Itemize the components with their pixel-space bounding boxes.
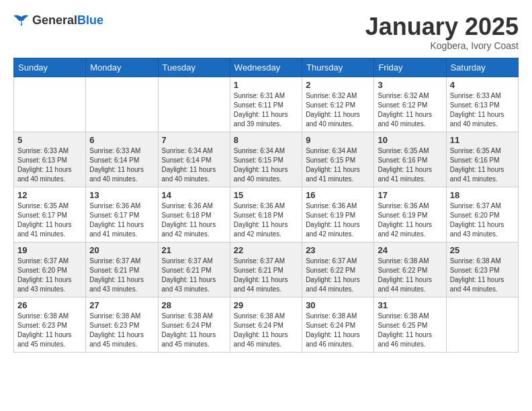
- calendar-cell: 19Sunrise: 6:37 AM Sunset: 6:20 PM Dayli…: [14, 242, 86, 297]
- calendar-cell: 4Sunrise: 6:33 AM Sunset: 6:13 PM Daylig…: [446, 77, 518, 132]
- day-number: 1: [234, 80, 298, 90]
- day-number: 11: [450, 135, 515, 145]
- day-number: 27: [89, 300, 154, 310]
- day-number: 21: [162, 245, 226, 255]
- day-number: 6: [89, 135, 154, 145]
- day-info: Sunrise: 6:36 AM Sunset: 6:19 PM Dayligh…: [306, 201, 370, 239]
- calendar-cell: 5Sunrise: 6:33 AM Sunset: 6:13 PM Daylig…: [14, 132, 86, 187]
- calendar-cell: 25Sunrise: 6:38 AM Sunset: 6:23 PM Dayli…: [446, 242, 518, 297]
- day-info: Sunrise: 6:37 AM Sunset: 6:21 PM Dayligh…: [89, 257, 154, 294]
- day-number: 8: [234, 135, 298, 145]
- logo-bird-icon: [13, 14, 30, 28]
- day-info: Sunrise: 6:31 AM Sunset: 6:11 PM Dayligh…: [234, 91, 298, 129]
- day-info: Sunrise: 6:38 AM Sunset: 6:24 PM Dayligh…: [162, 312, 226, 349]
- calendar-cell: 12Sunrise: 6:35 AM Sunset: 6:17 PM Dayli…: [14, 187, 86, 242]
- month-title: January 2025: [365, 13, 519, 40]
- col-monday: Monday: [86, 58, 158, 77]
- day-number: 15: [234, 190, 298, 200]
- day-info: Sunrise: 6:36 AM Sunset: 6:18 PM Dayligh…: [234, 201, 298, 239]
- calendar-cell: [158, 77, 230, 132]
- day-number: 30: [306, 300, 370, 310]
- day-info: Sunrise: 6:37 AM Sunset: 6:21 PM Dayligh…: [234, 257, 298, 294]
- calendar-cell: 10Sunrise: 6:35 AM Sunset: 6:16 PM Dayli…: [374, 132, 446, 187]
- day-info: Sunrise: 6:37 AM Sunset: 6:20 PM Dayligh…: [450, 201, 515, 239]
- day-number: 7: [162, 135, 226, 145]
- day-number: 14: [162, 190, 226, 200]
- calendar-cell: 26Sunrise: 6:38 AM Sunset: 6:23 PM Dayli…: [14, 297, 86, 352]
- day-info: Sunrise: 6:33 AM Sunset: 6:13 PM Dayligh…: [17, 146, 82, 184]
- day-info: Sunrise: 6:35 AM Sunset: 6:17 PM Dayligh…: [17, 201, 82, 239]
- page: GeneralBlue January 2025 Kogbera, Ivory …: [0, 0, 532, 366]
- day-number: 26: [17, 300, 82, 310]
- calendar-cell: [14, 77, 86, 132]
- day-number: 24: [378, 245, 442, 255]
- day-info: Sunrise: 6:32 AM Sunset: 6:12 PM Dayligh…: [378, 91, 442, 129]
- calendar-cell: 20Sunrise: 6:37 AM Sunset: 6:21 PM Dayli…: [86, 242, 158, 297]
- calendar-cell: 29Sunrise: 6:38 AM Sunset: 6:24 PM Dayli…: [230, 297, 302, 352]
- day-info: Sunrise: 6:35 AM Sunset: 6:16 PM Dayligh…: [450, 146, 515, 184]
- day-info: Sunrise: 6:34 AM Sunset: 6:15 PM Dayligh…: [234, 146, 298, 184]
- calendar-cell: 7Sunrise: 6:34 AM Sunset: 6:14 PM Daylig…: [158, 132, 230, 187]
- calendar-cell: 1Sunrise: 6:31 AM Sunset: 6:11 PM Daylig…: [230, 77, 302, 132]
- title-section: January 2025 Kogbera, Ivory Coast: [365, 13, 519, 51]
- day-info: Sunrise: 6:38 AM Sunset: 6:23 PM Dayligh…: [450, 257, 515, 294]
- day-info: Sunrise: 6:36 AM Sunset: 6:18 PM Dayligh…: [162, 201, 226, 239]
- calendar-cell: 16Sunrise: 6:36 AM Sunset: 6:19 PM Dayli…: [302, 187, 374, 242]
- location-subtitle: Kogbera, Ivory Coast: [365, 40, 519, 51]
- col-saturday: Saturday: [446, 58, 518, 77]
- calendar-week-row-2: 5Sunrise: 6:33 AM Sunset: 6:13 PM Daylig…: [14, 132, 519, 187]
- day-number: 31: [378, 300, 442, 310]
- day-number: 25: [450, 245, 515, 255]
- day-number: 3: [378, 80, 442, 90]
- calendar-week-row-3: 12Sunrise: 6:35 AM Sunset: 6:17 PM Dayli…: [14, 187, 519, 242]
- day-info: Sunrise: 6:38 AM Sunset: 6:25 PM Dayligh…: [378, 312, 442, 349]
- logo: GeneralBlue: [13, 13, 103, 28]
- day-info: Sunrise: 6:37 AM Sunset: 6:22 PM Dayligh…: [306, 257, 370, 294]
- day-info: Sunrise: 6:33 AM Sunset: 6:14 PM Dayligh…: [89, 146, 154, 184]
- calendar-cell: 18Sunrise: 6:37 AM Sunset: 6:20 PM Dayli…: [446, 187, 518, 242]
- calendar-cell: 17Sunrise: 6:36 AM Sunset: 6:19 PM Dayli…: [374, 187, 446, 242]
- calendar-cell: 9Sunrise: 6:34 AM Sunset: 6:15 PM Daylig…: [302, 132, 374, 187]
- day-info: Sunrise: 6:38 AM Sunset: 6:22 PM Dayligh…: [378, 257, 442, 294]
- day-number: 28: [162, 300, 226, 310]
- day-number: 5: [17, 135, 82, 145]
- calendar-cell: 14Sunrise: 6:36 AM Sunset: 6:18 PM Dayli…: [158, 187, 230, 242]
- calendar-cell: 13Sunrise: 6:36 AM Sunset: 6:17 PM Dayli…: [86, 187, 158, 242]
- calendar-cell: 22Sunrise: 6:37 AM Sunset: 6:21 PM Dayli…: [230, 242, 302, 297]
- day-info: Sunrise: 6:34 AM Sunset: 6:15 PM Dayligh…: [306, 146, 370, 184]
- day-info: Sunrise: 6:33 AM Sunset: 6:13 PM Dayligh…: [450, 91, 515, 129]
- calendar-cell: [446, 297, 518, 352]
- day-info: Sunrise: 6:36 AM Sunset: 6:17 PM Dayligh…: [89, 201, 154, 239]
- calendar-cell: [86, 77, 158, 132]
- day-number: 9: [306, 135, 370, 145]
- weekday-header-row: Sunday Monday Tuesday Wednesday Thursday…: [14, 58, 519, 77]
- calendar-week-row-1: 1Sunrise: 6:31 AM Sunset: 6:11 PM Daylig…: [14, 77, 519, 132]
- day-number: 16: [306, 190, 370, 200]
- day-number: 20: [89, 245, 154, 255]
- day-info: Sunrise: 6:37 AM Sunset: 6:20 PM Dayligh…: [17, 257, 82, 294]
- day-info: Sunrise: 6:38 AM Sunset: 6:23 PM Dayligh…: [17, 312, 82, 349]
- calendar-cell: 11Sunrise: 6:35 AM Sunset: 6:16 PM Dayli…: [446, 132, 518, 187]
- day-info: Sunrise: 6:32 AM Sunset: 6:12 PM Dayligh…: [306, 91, 370, 129]
- calendar-cell: 2Sunrise: 6:32 AM Sunset: 6:12 PM Daylig…: [302, 77, 374, 132]
- day-number: 12: [17, 190, 82, 200]
- calendar-cell: 23Sunrise: 6:37 AM Sunset: 6:22 PM Dayli…: [302, 242, 374, 297]
- day-number: 10: [378, 135, 442, 145]
- logo-blue: Blue: [77, 13, 103, 27]
- calendar-cell: 24Sunrise: 6:38 AM Sunset: 6:22 PM Dayli…: [374, 242, 446, 297]
- col-sunday: Sunday: [14, 58, 86, 77]
- day-info: Sunrise: 6:38 AM Sunset: 6:24 PM Dayligh…: [234, 312, 298, 349]
- day-number: 19: [17, 245, 82, 255]
- calendar-week-row-5: 26Sunrise: 6:38 AM Sunset: 6:23 PM Dayli…: [14, 297, 519, 352]
- day-info: Sunrise: 6:36 AM Sunset: 6:19 PM Dayligh…: [378, 201, 442, 239]
- calendar: Sunday Monday Tuesday Wednesday Thursday…: [13, 58, 519, 353]
- day-info: Sunrise: 6:35 AM Sunset: 6:16 PM Dayligh…: [378, 146, 442, 184]
- calendar-cell: 8Sunrise: 6:34 AM Sunset: 6:15 PM Daylig…: [230, 132, 302, 187]
- day-number: 4: [450, 80, 515, 90]
- calendar-cell: 3Sunrise: 6:32 AM Sunset: 6:12 PM Daylig…: [374, 77, 446, 132]
- calendar-cell: 6Sunrise: 6:33 AM Sunset: 6:14 PM Daylig…: [86, 132, 158, 187]
- day-info: Sunrise: 6:38 AM Sunset: 6:23 PM Dayligh…: [89, 312, 154, 349]
- calendar-cell: 15Sunrise: 6:36 AM Sunset: 6:18 PM Dayli…: [230, 187, 302, 242]
- day-number: 2: [306, 80, 370, 90]
- day-number: 13: [89, 190, 154, 200]
